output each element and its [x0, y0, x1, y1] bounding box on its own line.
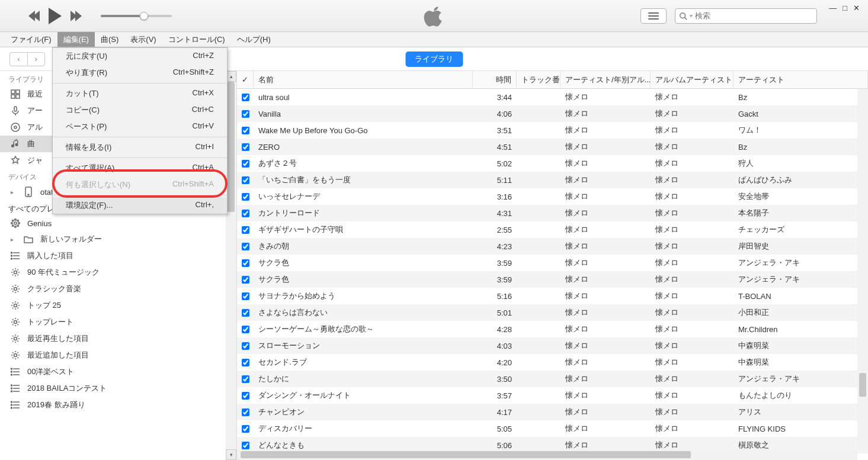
sidebar-item[interactable]: トップレート — [0, 314, 236, 330]
menu-item-r[interactable]: やり直す(R)Ctrl+Shift+Z — [53, 65, 227, 81]
queue-button[interactable] — [640, 8, 667, 24]
sidebar-scroll-down[interactable]: ▾ — [226, 449, 236, 460]
sidebar-item-label: 最近追加した項目 — [27, 350, 89, 361]
table-row[interactable]: あずさ２号5:02懐メロ懐メロ狩人 — [237, 155, 868, 172]
table-row[interactable]: 「いちご白書」をもう一度5:11懐メロ懐メロばんばひろふみ — [237, 172, 868, 188]
table-row[interactable]: サクラ色3:59懐メロ懐メロアンジェラ・アキ — [237, 271, 868, 288]
table-row[interactable]: ultra soul3:44懐メロ懐メロBz — [237, 89, 868, 105]
table-scrollbar-horizontal[interactable] — [237, 449, 857, 460]
column-artist[interactable]: アーティスト — [734, 71, 868, 88]
sidebar-item[interactable]: 2018 BAILAコンテスト — [0, 380, 236, 397]
row-checkbox[interactable] — [242, 442, 249, 449]
table-row[interactable]: Vanilla4:06懐メロ懐メロGackt — [237, 105, 868, 122]
table-row[interactable]: Wake Me Up Before You Go-Go3:51懐メロ懐メロワム！ — [237, 122, 868, 139]
table-row[interactable]: ギザギザハートの子守唄2:55懐メロ懐メロチェッカーズ — [237, 221, 868, 238]
menu-view[interactable]: 表示(V) — [124, 32, 162, 47]
table-row[interactable]: きみの朝4:23懐メロ懐メロ岸田智史 — [237, 238, 868, 255]
row-checkbox[interactable] — [242, 210, 249, 217]
row-checkbox[interactable] — [242, 326, 249, 333]
library-tab[interactable]: ライブラリ — [405, 52, 463, 67]
row-checkbox[interactable] — [242, 276, 249, 284]
table-row[interactable]: スローモーション4:03懐メロ懐メロ中森明菜 — [237, 337, 868, 354]
row-checkbox[interactable] — [242, 392, 249, 400]
row-checkbox[interactable] — [242, 309, 249, 317]
minimize-button[interactable]: — — [829, 4, 837, 12]
table-row[interactable]: セカンド.ラブ4:20懐メロ懐メロ中森明菜 — [237, 354, 868, 371]
table-row[interactable]: ダンシング・オールナイト3:57懐メロ懐メロもんたよしのり — [237, 387, 868, 404]
row-checkbox[interactable] — [242, 110, 249, 118]
row-checkbox[interactable] — [242, 375, 249, 383]
table-row[interactable]: さよならは言わない5:01懐メロ懐メロ小田和正 — [237, 304, 868, 321]
play-button[interactable] — [49, 8, 62, 24]
sidebar-item[interactable]: トップ 25 — [0, 297, 236, 314]
menu-item-i[interactable]: 情報を見る(I)Ctrl+I — [53, 139, 227, 156]
row-checkbox[interactable] — [242, 359, 249, 366]
next-track-button[interactable] — [72, 11, 82, 21]
row-checkbox[interactable] — [242, 292, 249, 300]
sidebar-item[interactable]: 2019春 飲み踊り — [0, 397, 236, 413]
menu-item-t[interactable]: カット(T)Ctrl+X — [53, 85, 227, 102]
sidebar-item[interactable]: Genius — [0, 215, 236, 231]
playback-bar: ▾ — □ ✕ — [0, 0, 868, 32]
menu-item-p[interactable]: ペースト(P)Ctrl+V — [53, 118, 227, 135]
nav-back-button[interactable]: ‹ — [9, 52, 27, 66]
close-button[interactable]: ✕ — [853, 4, 860, 12]
gear-icon — [9, 268, 21, 277]
column-album-artist[interactable]: アルバムアーティスト — [651, 71, 734, 88]
column-checkbox[interactable]: ✓ — [237, 71, 254, 88]
search-input[interactable]: ▾ — [675, 8, 817, 24]
volume-slider[interactable] — [101, 15, 172, 17]
sidebar-item[interactable]: 最近再生した項目 — [0, 330, 236, 347]
column-name[interactable]: 名前 — [254, 71, 473, 88]
sidebar-item[interactable]: ▸新しいフォルダー — [0, 231, 236, 247]
menu-item-a[interactable]: すべて選択(A)Ctrl+A — [53, 160, 227, 176]
column-album-sort[interactable]: アーティスト/年別アル...︿ — [560, 71, 651, 88]
row-checkbox[interactable] — [242, 127, 249, 134]
row-checkbox[interactable] — [242, 408, 249, 416]
table-row[interactable]: シーソーゲーム～勇敢な恋の歌～4:28懐メロ懐メロMr.Children — [237, 321, 868, 337]
maximize-button[interactable]: □ — [843, 4, 847, 12]
table-row[interactable]: チャンピオン4:17懐メロ懐メロアリス — [237, 404, 868, 420]
sidebar-item[interactable]: 90 年代ミュージック — [0, 264, 236, 281]
row-checkbox[interactable] — [242, 193, 249, 201]
menu-edit[interactable]: 編集(E) — [57, 32, 95, 47]
row-checkbox[interactable] — [242, 226, 249, 234]
table-row[interactable]: いっそセレナーデ3:16懐メロ懐メロ安全地帯 — [237, 188, 868, 205]
menu-item-u[interactable]: 元に戻す(U)Ctrl+Z — [53, 48, 227, 65]
sidebar-item[interactable]: 最近追加した項目 — [0, 347, 236, 364]
column-time[interactable]: 時間 — [473, 71, 517, 88]
table-row[interactable]: カントリーロード4:31懐メロ懐メロ本名陽子 — [237, 205, 868, 221]
table-row[interactable]: ZERO4:51懐メロ懐メロBz — [237, 139, 868, 155]
menu-help[interactable]: ヘルプ(H) — [231, 32, 277, 47]
sidebar-item[interactable]: 購入した項目 — [0, 247, 236, 264]
sidebar-item[interactable]: 00洋楽ベスト — [0, 364, 236, 380]
menu-item-c[interactable]: コピー(C)Ctrl+C — [53, 102, 227, 118]
row-checkbox[interactable] — [242, 243, 249, 250]
table-row[interactable]: たしかに3:50懐メロ懐メロアンジェラ・アキ — [237, 371, 868, 387]
row-checkbox[interactable] — [242, 160, 249, 168]
disclosure-icon[interactable]: ▸ — [11, 236, 17, 243]
menu-file[interactable]: ファイル(F) — [5, 32, 57, 47]
row-checkbox[interactable] — [242, 342, 249, 350]
table-scrollbar-vertical[interactable] — [857, 89, 868, 449]
row-checkbox[interactable] — [242, 425, 249, 433]
row-checkbox[interactable] — [242, 94, 249, 101]
table-row[interactable]: サヨナラから始めよう5:16懐メロ懐メロT-BOLAN — [237, 288, 868, 304]
table-row[interactable]: サクラ色3:59懐メロ懐メロアンジェラ・アキ — [237, 255, 868, 271]
disclosure-icon[interactable]: ▸ — [11, 189, 17, 195]
column-track[interactable]: トラック番号 — [517, 71, 560, 88]
cell-name: たしかに — [254, 371, 473, 387]
cell-track — [517, 420, 560, 437]
menu-item-f[interactable]: 環境設定(F)...Ctrl+, — [53, 197, 227, 214]
cell-artist: 本名陽子 — [734, 205, 868, 221]
table-row[interactable]: ディスカバリー5:05懐メロ懐メロFLYING KIDS — [237, 420, 868, 437]
sidebar-item[interactable]: クラシック音楽 — [0, 281, 236, 297]
menu-controls[interactable]: コントロール(C) — [162, 32, 231, 47]
row-checkbox[interactable] — [242, 176, 249, 184]
row-checkbox[interactable] — [242, 143, 249, 151]
nav-forward-button[interactable]: › — [27, 52, 45, 66]
row-checkbox[interactable] — [242, 259, 249, 267]
svg-point-51 — [11, 404, 12, 406]
prev-track-button[interactable] — [28, 11, 38, 21]
menu-song[interactable]: 曲(S) — [95, 32, 124, 47]
